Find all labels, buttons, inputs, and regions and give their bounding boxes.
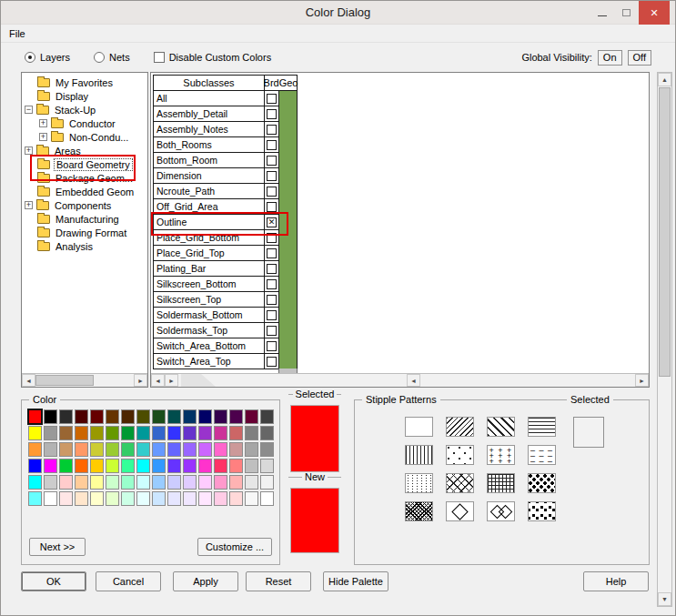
palette-color-cell[interactable]	[90, 409, 104, 424]
palette-color-cell[interactable]	[198, 409, 212, 424]
palette-color-cell[interactable]	[59, 491, 73, 506]
layer-color-cell[interactable]	[279, 308, 298, 323]
layer-color-cell[interactable]	[279, 230, 298, 246]
visibility-checkbox[interactable]	[267, 217, 277, 227]
palette-color-cell[interactable]	[121, 442, 135, 457]
palette-color-cell[interactable]	[260, 426, 274, 440]
layer-color-cell[interactable]	[279, 122, 298, 137]
palette-color-cell[interactable]	[183, 409, 197, 424]
stipple-pattern-dots-dense[interactable]	[528, 473, 556, 493]
stipple-pattern-grid[interactable]	[487, 473, 515, 493]
tree-item-components[interactable]: +Components	[23, 198, 146, 212]
palette-color-cell[interactable]	[260, 475, 274, 490]
palette-color-cell[interactable]	[75, 442, 88, 457]
apply-button[interactable]: Apply	[173, 571, 238, 591]
visibility-checkbox[interactable]	[267, 341, 277, 351]
scroll-left-icon[interactable]: ◄	[22, 374, 35, 387]
maximize-button[interactable]	[614, 1, 639, 25]
palette-color-cell[interactable]	[106, 426, 119, 440]
customize-button[interactable]: Customize ...	[197, 538, 272, 556]
palette-color-cell[interactable]	[198, 459, 212, 473]
palette-color-cell[interactable]	[260, 459, 274, 473]
palette-color-cell[interactable]	[136, 459, 150, 473]
stipple-pattern-dot-clusters[interactable]	[528, 501, 556, 521]
palette-color-cell[interactable]	[214, 459, 227, 473]
palette-color-cell[interactable]	[28, 475, 42, 490]
close-button[interactable]	[639, 1, 670, 25]
palette-color-cell[interactable]	[214, 409, 227, 424]
visibility-checkbox[interactable]	[267, 295, 277, 305]
visibility-checkbox[interactable]	[267, 94, 277, 104]
menu-file[interactable]: File	[1, 28, 34, 39]
table-horizontal-scrollbar-right[interactable]: ◄ ►	[407, 373, 649, 387]
palette-color-cell[interactable]	[229, 426, 243, 440]
visibility-checkbox[interactable]	[267, 248, 277, 258]
palette-color-cell[interactable]	[28, 426, 42, 440]
palette-color-cell[interactable]	[245, 491, 258, 506]
visibility-checkbox[interactable]	[267, 125, 277, 135]
palette-color-cell[interactable]	[121, 409, 135, 424]
layer-color-cell[interactable]	[279, 261, 298, 277]
layer-color-cell[interactable]	[279, 153, 298, 168]
palette-color-cell[interactable]	[152, 459, 166, 473]
palette-color-cell[interactable]	[106, 491, 119, 506]
palette-color-cell[interactable]	[136, 491, 150, 506]
palette-color-cell[interactable]	[75, 426, 88, 440]
palette-color-cell[interactable]	[121, 426, 135, 440]
palette-color-cell[interactable]	[75, 475, 88, 490]
layer-color-cell[interactable]	[279, 168, 298, 184]
palette-color-cell[interactable]	[167, 426, 181, 440]
scroll-down-icon[interactable]: ▼	[658, 592, 671, 606]
palette-color-cell[interactable]	[59, 426, 73, 440]
palette-color-cell[interactable]	[106, 475, 119, 490]
palette-color-cell[interactable]	[245, 426, 258, 440]
stipple-pattern-cross-dots[interactable]: + + + + + + + + + + + + + + + +	[487, 445, 515, 465]
palette-color-cell[interactable]	[136, 409, 150, 424]
palette-color-cell[interactable]	[167, 475, 181, 490]
visibility-checkbox[interactable]	[267, 187, 277, 197]
palette-color-cell[interactable]	[44, 475, 57, 490]
visibility-checkbox[interactable]	[267, 279, 277, 289]
tree-item-stack-up[interactable]: −Stack-Up	[23, 103, 146, 116]
palette-color-cell[interactable]	[44, 442, 57, 457]
palette-color-cell[interactable]	[90, 459, 104, 473]
palette-color-cell[interactable]	[214, 442, 227, 457]
palette-color-cell[interactable]	[75, 459, 88, 473]
ok-button[interactable]: OK	[21, 571, 86, 591]
palette-color-cell[interactable]	[229, 442, 243, 457]
layer-color-cell[interactable]	[279, 184, 298, 199]
visibility-checkbox[interactable]	[267, 310, 277, 320]
palette-color-cell[interactable]	[44, 426, 57, 440]
stipple-pattern-dot-columns[interactable]	[405, 473, 433, 493]
pane-splitter-tab[interactable]	[181, 374, 216, 387]
tree-scroll-thumb[interactable]	[35, 375, 94, 386]
stipple-pattern-diag-up[interactable]	[487, 417, 515, 437]
palette-color-cell[interactable]	[106, 442, 119, 457]
scroll-right-icon[interactable]: ►	[134, 374, 147, 387]
stipple-pattern-fine-mesh[interactable]	[405, 501, 433, 521]
visibility-checkbox[interactable]	[267, 264, 277, 274]
plus-expander-icon[interactable]: +	[39, 119, 47, 127]
scroll-left-icon[interactable]: ◄	[407, 374, 420, 387]
vertical-scrollbar[interactable]: ▲ ▼	[657, 72, 672, 607]
palette-color-cell[interactable]	[229, 475, 243, 490]
palette-color-cell[interactable]	[260, 491, 274, 506]
stipple-pattern-solid[interactable]	[405, 417, 433, 437]
palette-color-cell[interactable]	[121, 491, 135, 506]
stipple-pattern-diamond-mesh[interactable]	[446, 473, 474, 493]
palette-color-cell[interactable]	[245, 442, 258, 457]
palette-color-cell[interactable]	[28, 442, 42, 457]
visibility-checkbox[interactable]	[267, 156, 277, 166]
palette-color-cell[interactable]	[152, 426, 166, 440]
palette-color-cell[interactable]	[167, 491, 181, 506]
palette-color-cell[interactable]	[90, 491, 104, 506]
tree-item-board-geometry[interactable]: Board Geometry	[23, 157, 146, 171]
layer-color-cell[interactable]	[279, 292, 298, 308]
palette-color-cell[interactable]	[167, 409, 181, 424]
layer-color-cell[interactable]	[279, 106, 298, 122]
palette-color-cell[interactable]	[198, 426, 212, 440]
vertical-scroll-thumb[interactable]	[659, 87, 671, 377]
palette-color-cell[interactable]	[260, 409, 274, 424]
palette-color-cell[interactable]	[167, 459, 181, 473]
palette-color-cell[interactable]	[183, 491, 197, 506]
